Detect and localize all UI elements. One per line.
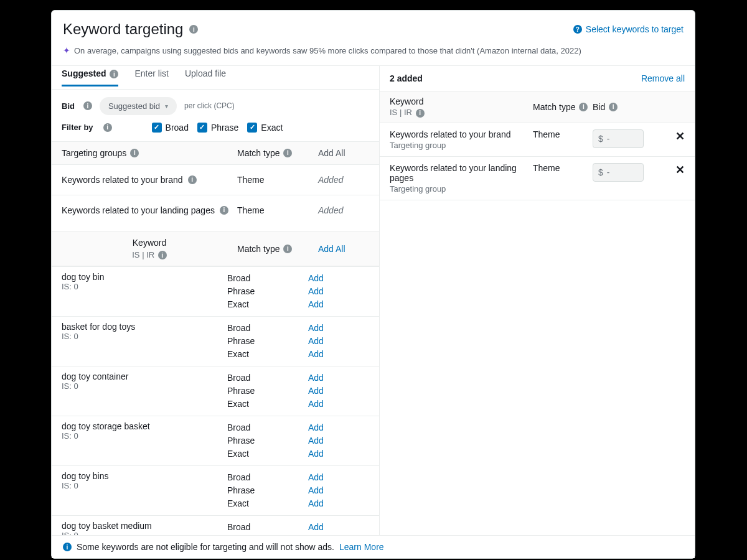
- info-icon[interactable]: i: [416, 109, 425, 118]
- keyword-is: IS: 0: [62, 531, 227, 535]
- added-count: 2 added: [390, 73, 423, 83]
- help-icon: ?: [573, 25, 582, 34]
- suggested-bid-dropdown[interactable]: Suggested bid ▾: [100, 97, 177, 115]
- match-type-label: Exact: [227, 398, 308, 411]
- filter-phrase[interactable]: ✓ Phrase: [197, 123, 238, 133]
- status-added: Added: [318, 175, 343, 185]
- insight-banner: ✦ On average, campaigns using suggested …: [52, 40, 695, 65]
- bid-row: Bid i Suggested bid ▾ per click (CPC): [52, 90, 379, 120]
- keyword-targeting-card: Keyword targeting i ? Select keywords to…: [51, 10, 695, 559]
- add-keyword-button[interactable]: Add: [308, 472, 324, 482]
- keyword-term: dog toy bins: [62, 471, 227, 481]
- body-split: Suggested i Enter list Upload file Bid i…: [52, 65, 695, 535]
- tab-upload-file[interactable]: Upload file: [185, 68, 226, 86]
- info-icon[interactable]: i: [189, 25, 198, 34]
- match-type-label: Phrase: [227, 434, 308, 447]
- match-type-label: Broad: [227, 521, 308, 534]
- remove-item-button[interactable]: ✕: [675, 129, 685, 143]
- match-type-label: Phrase: [227, 385, 308, 398]
- info-icon: i: [63, 543, 72, 551]
- add-keyword-button[interactable]: Add: [308, 399, 324, 409]
- filter-exact[interactable]: ✓ Exact: [247, 123, 283, 133]
- added-items-list: Keywords related to your brand Targeting…: [380, 123, 695, 200]
- info-icon[interactable]: i: [158, 251, 167, 259]
- added-item-match: Theme: [533, 163, 593, 173]
- added-header: 2 added Remove all: [380, 66, 695, 91]
- status-added: Added: [318, 205, 343, 215]
- add-keyword-button[interactable]: Add: [308, 373, 324, 383]
- add-keyword-button[interactable]: Add: [308, 522, 324, 532]
- bid-input[interactable]: $ -: [593, 163, 644, 182]
- add-keyword-button[interactable]: Add: [308, 449, 324, 459]
- match-type-label: Broad: [227, 471, 308, 484]
- bid-input[interactable]: $ -: [593, 129, 644, 148]
- sparkle-icon: ✦: [63, 45, 70, 55]
- info-icon[interactable]: i: [188, 175, 197, 184]
- tab-enter-list[interactable]: Enter list: [134, 68, 168, 86]
- left-tabs: Suggested i Enter list Upload file: [52, 66, 379, 90]
- info-icon[interactable]: i: [130, 149, 139, 157]
- add-keyword-button[interactable]: Add: [308, 386, 324, 396]
- cpc-note: per click (CPC): [184, 101, 235, 110]
- info-icon[interactable]: i: [609, 103, 618, 111]
- keyword-is: IS: 0: [62, 481, 227, 490]
- added-item-title: Keywords related to your brand: [390, 129, 533, 139]
- targeting-group-row: Keywords related to your brand i Theme A…: [52, 165, 379, 195]
- add-all-targeting-groups[interactable]: Add All: [318, 148, 345, 158]
- keyword-is: IS: 0: [62, 431, 227, 441]
- keyword-is: IS: 0: [62, 282, 227, 291]
- info-icon[interactable]: i: [579, 103, 588, 111]
- keyword-term: dog toy storage basket: [62, 421, 227, 431]
- chevron-down-icon: ▾: [165, 103, 168, 110]
- info-icon[interactable]: i: [283, 245, 292, 253]
- info-icon[interactable]: i: [103, 123, 112, 132]
- info-icon[interactable]: i: [283, 149, 292, 157]
- match-type-label: Broad: [227, 272, 308, 285]
- info-icon[interactable]: i: [110, 70, 118, 78]
- remove-all-link[interactable]: Remove all: [641, 73, 685, 83]
- add-keyword-button[interactable]: Add: [308, 336, 324, 346]
- keyword-row: dog toy bin IS: 0BroadPhraseExactAddAddA…: [52, 267, 379, 317]
- added-item-subtitle: Targeting group: [390, 184, 533, 194]
- add-keyword-button[interactable]: Add: [308, 422, 324, 432]
- checkbox-checked-icon: ✓: [197, 123, 207, 133]
- added-item-row: Keywords related to your landing pages T…: [380, 157, 695, 200]
- add-all-keywords[interactable]: Add All: [318, 244, 345, 254]
- learn-more-link[interactable]: Learn More: [339, 542, 384, 552]
- added-item-match: Theme: [533, 129, 593, 139]
- keyword-is: IS: 0: [62, 381, 227, 391]
- remove-item-button[interactable]: ✕: [675, 163, 685, 177]
- select-keywords-help-link[interactable]: ? Select keywords to target: [572, 24, 684, 34]
- add-keyword-button[interactable]: Add: [308, 349, 324, 359]
- match-type-label: Exact: [227, 348, 308, 361]
- page-title: Keyword targeting: [63, 21, 183, 38]
- targeting-groups-header: Targeting groups i Match type i Add All: [52, 141, 379, 165]
- filter-broad[interactable]: ✓ Broad: [152, 123, 189, 133]
- keyword-row: dog toy container IS: 0BroadPhraseExactA…: [52, 366, 379, 416]
- keyword-term: dog toy bin: [62, 272, 227, 282]
- keyword-scroll-list[interactable]: dog toy bin IS: 0BroadPhraseExactAddAddA…: [52, 266, 379, 535]
- keyword-term: basket for dog toys: [62, 322, 227, 332]
- keyword-list-header: Keyword IS | IR i Match type i Add All: [52, 231, 379, 267]
- match-type-label: Phrase: [227, 285, 308, 298]
- tab-suggested[interactable]: Suggested i: [62, 68, 118, 86]
- info-icon[interactable]: i: [83, 101, 92, 110]
- targeting-group-row: Keywords related to your landing pages i…: [52, 195, 379, 225]
- add-keyword-button[interactable]: Add: [308, 299, 324, 309]
- match-type-label: Exact: [227, 447, 308, 460]
- added-item-row: Keywords related to your brand Targeting…: [380, 123, 695, 157]
- keyword-row: dog toy basket medium IS: 0BroadPhraseEx…: [52, 516, 379, 535]
- add-keyword-button[interactable]: Add: [308, 273, 324, 283]
- keyword-row: dog toy bins IS: 0BroadPhraseExactAddAdd…: [52, 466, 379, 516]
- add-keyword-button[interactable]: Add: [308, 436, 324, 446]
- match-type-label: Phrase: [227, 484, 308, 497]
- info-icon[interactable]: i: [220, 206, 228, 215]
- add-keyword-button[interactable]: Add: [308, 498, 324, 508]
- keyword-row: dog toy storage basket IS: 0BroadPhraseE…: [52, 416, 379, 466]
- match-type-label: Broad: [227, 371, 308, 385]
- add-keyword-button[interactable]: Add: [308, 286, 324, 296]
- add-keyword-button[interactable]: Add: [308, 323, 324, 333]
- card-header: Keyword targeting i ? Select keywords to…: [52, 11, 695, 40]
- left-panel: Suggested i Enter list Upload file Bid i…: [52, 66, 380, 535]
- add-keyword-button[interactable]: Add: [308, 485, 324, 495]
